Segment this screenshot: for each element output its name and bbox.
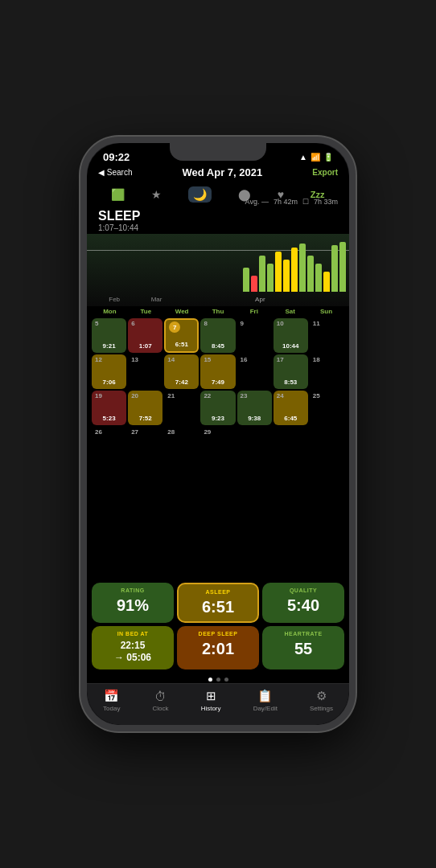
clock-icon: ⏱ — [154, 690, 167, 703]
sleep-time-range: 1:07–10:44 — [98, 223, 140, 232]
cal-sleep-time: 8:45 — [212, 342, 224, 350]
month-apr: Apr — [255, 296, 265, 303]
nav-clock[interactable]: ⏱ Clock — [153, 690, 169, 712]
status-bar: 09:22 ▲ 📶 🔋 — [87, 143, 349, 166]
cal-date-16: 16 — [241, 356, 248, 363]
cal-date-9: 9 — [241, 320, 244, 327]
weekday-sun: Sun — [308, 306, 344, 317]
deepsleep-value: 2:01 — [202, 640, 234, 658]
clock-label: Clock — [153, 705, 169, 712]
tab-star[interactable]: ★ — [151, 188, 162, 201]
avg-label: Avg. — — [245, 198, 269, 206]
cal-date-25: 25 — [313, 392, 320, 399]
table-row[interactable]: 207:52 — [128, 391, 162, 425]
stat-rating[interactable]: RATING 91% — [92, 583, 174, 623]
cal-date-23: 23 — [241, 392, 248, 399]
chart-bar-7 — [299, 244, 306, 292]
status-time: 09:22 — [103, 151, 130, 163]
cal-date-8: 8 — [204, 320, 207, 327]
table-row: 28 — [164, 427, 199, 461]
table-row[interactable]: 195:23 — [92, 391, 126, 425]
dot-1 — [208, 678, 212, 682]
dayedit-icon: 📋 — [257, 689, 273, 703]
stat-heartrate[interactable]: HEARTRATE 55 — [262, 626, 344, 669]
table-row[interactable]: 127:06 — [92, 354, 126, 389]
cal-sleep-time: 9:23 — [212, 415, 224, 422]
avg-value: 7h 42m — [274, 198, 298, 206]
stat-inbed[interactable]: IN BED AT 22:15→ 05:06 — [92, 626, 174, 669]
table-row[interactable]: 59:21 — [92, 318, 126, 353]
cal-date-13: 13 — [131, 356, 138, 363]
chart-bar-2 — [259, 256, 265, 292]
tab-moon[interactable]: 🌙 — [188, 186, 212, 203]
table-row: 27 — [128, 427, 162, 461]
table-row: 11 — [310, 318, 344, 353]
history-label: History — [201, 705, 221, 712]
chart-bar-4 — [275, 252, 282, 292]
dot-2 — [216, 678, 220, 682]
table-row[interactable]: 246:45 — [274, 391, 308, 425]
cal-sleep-time: 7:06 — [103, 379, 116, 386]
month-mar: Mar — [151, 296, 162, 303]
cal-sleep-time: 5:23 — [103, 415, 116, 422]
cal-sleep-time: 9:38 — [248, 415, 261, 422]
wifi-icon: 📶 — [311, 153, 320, 162]
today-icon: 📅 — [104, 689, 119, 703]
cal-date-19: 19 — [95, 392, 102, 399]
table-row[interactable]: 147:42 — [164, 354, 199, 389]
stat-asleep[interactable]: ASLEEP 6:51 — [177, 583, 259, 623]
table-row[interactable]: 76:51 — [164, 318, 199, 353]
chart-bars — [243, 242, 349, 292]
table-row[interactable]: 88:45 — [200, 318, 235, 353]
cal-sleep-time: 10:44 — [282, 342, 298, 350]
stat-quality[interactable]: QUALITY 5:40 — [262, 583, 344, 623]
table-row: 25 — [310, 391, 344, 425]
cal-sleep-time: 7:49 — [212, 379, 224, 386]
quality-label: QUALITY — [290, 588, 317, 593]
nav-dayedit[interactable]: 📋 Day/Edit — [253, 689, 278, 712]
chart-bar-0 — [243, 268, 249, 292]
table-row[interactable]: 178:53 — [274, 354, 308, 389]
table-row: 29 — [200, 427, 235, 461]
calendar: Mon Tue Wed Thu Fri Sat Sun 59:2161:0776… — [87, 306, 349, 579]
export-button[interactable]: Export — [312, 168, 338, 177]
history-icon: ⊞ — [206, 689, 216, 703]
table-row: 13 — [128, 354, 162, 389]
nav-settings[interactable]: ⚙ Settings — [310, 689, 333, 712]
cal-date-14: 14 — [167, 356, 175, 363]
header-title: Wed Apr 7, 2021 — [183, 166, 263, 178]
chart-bar-8 — [307, 256, 314, 292]
nav-history[interactable]: ⊞ History — [201, 689, 221, 712]
tab-battery[interactable]: 🟩 — [111, 188, 125, 201]
cal-date-7: 7 — [169, 321, 180, 333]
inbed-value: 22:15→ 05:06 — [114, 640, 151, 665]
table-row — [310, 427, 344, 461]
rating-value: 91% — [117, 596, 149, 615]
weekday-wed: Wed — [164, 306, 200, 317]
nav-today[interactable]: 📅 Today — [103, 689, 120, 712]
chart-area: Feb Mar Apr — [87, 234, 349, 306]
calendar-weekdays: Mon Tue Wed Thu Fri Sat Sun — [92, 306, 344, 317]
table-row[interactable]: 157:49 — [200, 354, 235, 389]
cal-sleep-time: 7:52 — [139, 415, 152, 422]
heartrate-label: HEARTRATE — [284, 631, 322, 637]
stats-area: RATING 91% ASLEEP 6:51 QUALITY 5:40 IN B… — [87, 579, 349, 676]
stats-row-1: RATING 91% ASLEEP 6:51 QUALITY 5:40 — [92, 583, 344, 623]
sleep-header: SLEEP 1:07–10:44 Avg. — 7h 42m ☐ 7h 33m — [87, 206, 349, 234]
table-row[interactable]: 1010:44 — [274, 318, 308, 353]
table-row[interactable]: 229:23 — [200, 391, 235, 425]
weekday-fri: Fri — [236, 306, 272, 317]
table-row[interactable]: 61:07 — [128, 318, 162, 353]
table-row — [274, 427, 308, 461]
cal-date-22: 22 — [204, 392, 211, 399]
heartrate-value: 55 — [294, 640, 312, 658]
settings-label: Settings — [310, 705, 333, 712]
chart-bar-9 — [315, 264, 322, 292]
table-row: 18 — [310, 354, 344, 389]
cal-date-5: 5 — [95, 320, 98, 327]
back-button[interactable]: ◀ Search — [98, 168, 132, 177]
table-row[interactable]: 239:38 — [237, 391, 272, 425]
chart-bar-6 — [291, 248, 298, 292]
weekday-tue: Tue — [128, 306, 164, 317]
stat-deepsleep[interactable]: DEEP SLEEP 2:01 — [177, 626, 259, 669]
